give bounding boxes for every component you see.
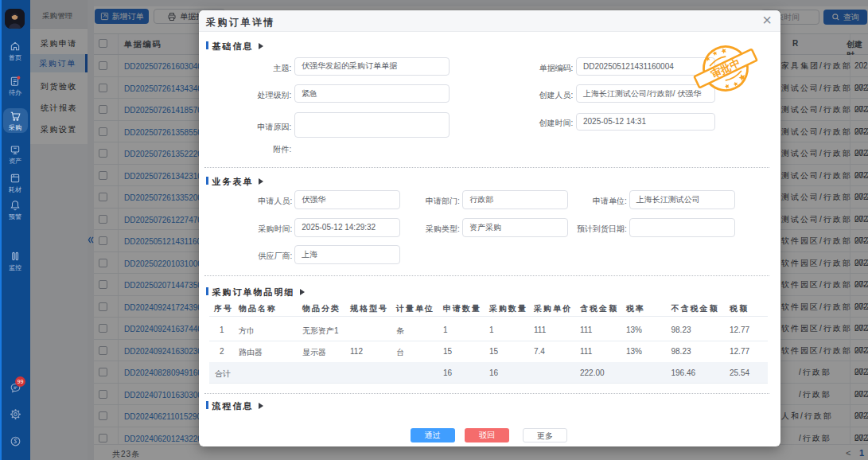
svg-text:审批中: 审批中 — [709, 56, 742, 80]
